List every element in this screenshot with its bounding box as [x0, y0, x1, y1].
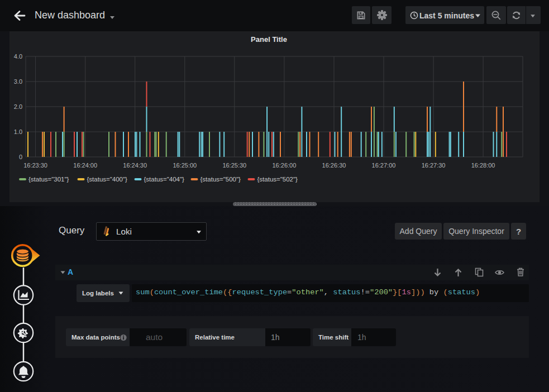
- svg-text:{status="500"}: {status="500"}: [200, 176, 241, 183]
- svg-text:16:24:30: 16:24:30: [123, 162, 147, 169]
- svg-text:16:24:00: 16:24:00: [73, 162, 97, 169]
- svg-text:4.0: 4.0: [14, 53, 22, 60]
- svg-text:1.0: 1.0: [14, 128, 22, 135]
- svg-text:{status="301"}: {status="301"}: [28, 176, 69, 183]
- svg-text:16:25:00: 16:25:00: [173, 162, 197, 169]
- svg-text:{status="404"}: {status="404"}: [144, 176, 185, 183]
- svg-text:3.0: 3.0: [14, 78, 22, 85]
- svg-text:{status="502"}: {status="502"}: [257, 176, 298, 183]
- svg-text:16:27:00: 16:27:00: [372, 162, 396, 169]
- svg-text:16:25:30: 16:25:30: [222, 162, 246, 169]
- svg-text:16:28:00: 16:28:00: [471, 162, 495, 169]
- svg-text:16:23:30: 16:23:30: [23, 162, 47, 169]
- svg-text:16:26:00: 16:26:00: [272, 162, 296, 169]
- svg-text:0: 0: [19, 154, 22, 160]
- svg-text:{status="400"}: {status="400"}: [87, 176, 128, 183]
- svg-text:16:27:30: 16:27:30: [422, 162, 446, 169]
- svg-text:2.0: 2.0: [14, 103, 22, 110]
- svg-text:16:26:30: 16:26:30: [322, 162, 346, 169]
